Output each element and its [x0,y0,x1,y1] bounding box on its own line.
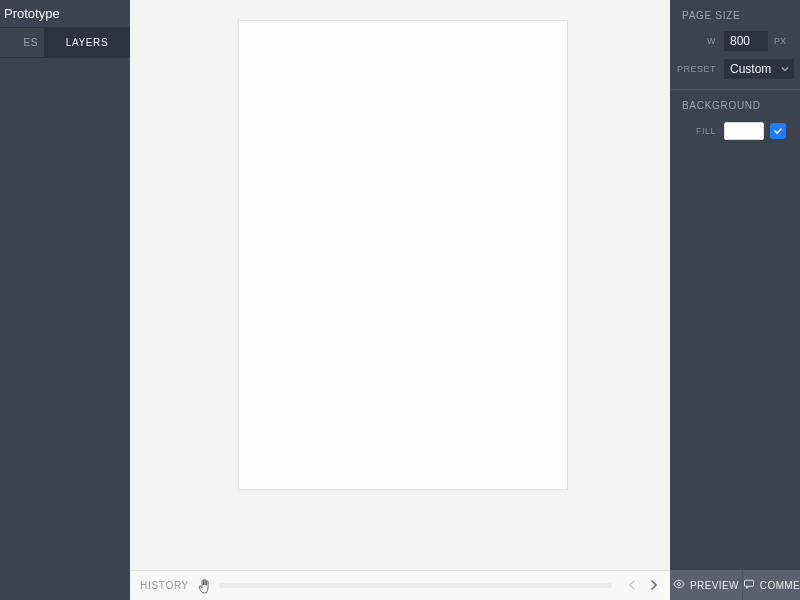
canvas-area[interactable] [130,0,670,570]
history-next-button[interactable] [648,577,660,595]
preset-select[interactable]: Custom [724,59,794,79]
preview-label: PREVIEW [690,580,739,591]
left-tabs: ES LAYERS [0,28,130,58]
svg-rect-1 [744,580,753,586]
cursor-hand-icon [197,577,213,595]
width-unit: PX [774,36,786,46]
document-title: Prototype [4,6,60,21]
width-input[interactable] [724,31,768,51]
comment-icon [743,578,755,592]
width-row: W PX [670,29,800,53]
page-size-section-title: PAGE SIZE [670,0,800,29]
eye-icon [673,578,685,592]
fill-label: FILL [670,126,724,136]
tab-layers[interactable]: LAYERS [44,28,130,57]
preset-value: Custom [730,62,771,76]
preset-label: PRESET [670,64,724,74]
tab-pages[interactable]: ES [0,28,44,57]
preset-row: PRESET Custom [670,57,800,81]
right-bottom-actions: PREVIEW COMME [670,570,800,600]
comment-button[interactable]: COMME [742,570,800,600]
tab-pages-label: ES [23,37,38,48]
left-sidebar-header: Prototype [0,0,130,28]
history-label: HISTORY [140,580,189,591]
left-sidebar: Prototype ES LAYERS [0,0,130,600]
fill-color-swatch[interactable] [724,122,764,140]
history-slider[interactable] [219,583,612,588]
tab-layers-label: LAYERS [66,37,108,48]
history-nav [626,577,660,595]
svg-point-0 [678,583,681,586]
right-sidebar: PAGE SIZE W PX PRESET Custom BACKGROUND … [670,0,800,600]
history-bar: HISTORY [130,570,670,600]
fill-enabled-checkbox[interactable] [770,123,786,139]
chevron-down-icon [780,63,790,77]
history-prev-button[interactable] [626,577,638,595]
background-section-title: BACKGROUND [670,90,800,119]
preview-button[interactable]: PREVIEW [670,570,742,600]
comment-label: COMME [760,580,800,591]
width-label: W [670,36,724,46]
page-canvas[interactable] [238,20,568,490]
fill-row: FILL [670,119,800,143]
